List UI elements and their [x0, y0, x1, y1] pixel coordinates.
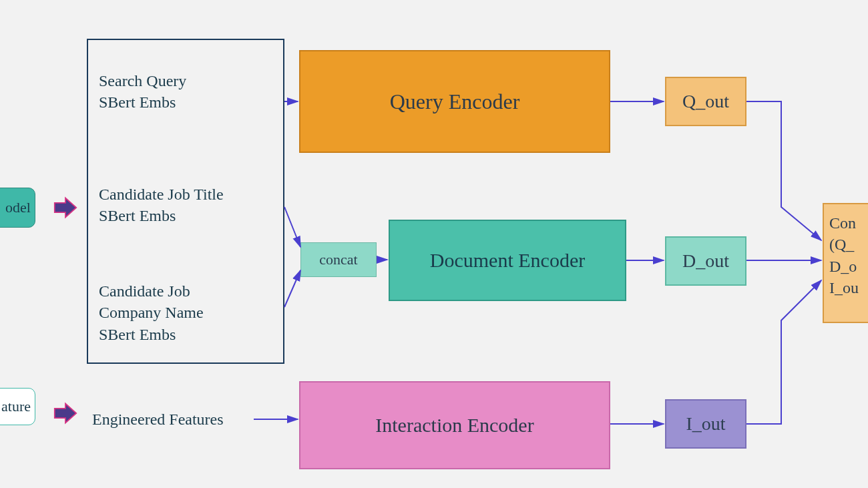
q-out-label: Q_out [682, 91, 729, 112]
sbert-model-label-fragment: odel [5, 199, 31, 216]
concat-output-node: Con (Q_ D_o I_ou [823, 203, 868, 323]
search-query-embs-label: Search Query SBert Embs [99, 70, 279, 113]
svg-line-2 [284, 270, 300, 307]
q-out-node: Q_out [665, 77, 746, 126]
thick-arrow-icon [53, 401, 77, 425]
feature-source-label-fragment: ature [1, 398, 31, 415]
job-title-embs-label: Candidate Job Title SBert Embs [99, 184, 279, 227]
query-encoder-label: Query Encoder [390, 89, 520, 114]
sbert-model-box: odel [0, 188, 35, 228]
query-encoder: Query Encoder [299, 50, 610, 153]
concat-label: concat [319, 251, 357, 268]
d-out-node: D_out [665, 236, 746, 286]
concat-output-label: Con (Q_ D_o I_ou [829, 212, 859, 299]
engineered-features-label: Engineered Features [92, 411, 224, 429]
svg-line-1 [284, 207, 300, 247]
thick-arrow-icon [53, 196, 77, 220]
feature-source-box: ature [0, 388, 35, 425]
i-out-node: I_out [665, 399, 746, 449]
d-out-label: D_out [682, 250, 729, 272]
interaction-encoder: Interaction Encoder [299, 381, 610, 469]
document-encoder-label: Document Encoder [430, 249, 585, 272]
concat-node: concat [300, 242, 377, 277]
company-name-embs-label: Candidate Job Company Name SBert Embs [99, 280, 279, 345]
interaction-encoder-label: Interaction Encoder [375, 414, 533, 437]
document-encoder: Document Encoder [389, 220, 626, 301]
i-out-label: I_out [686, 413, 725, 435]
